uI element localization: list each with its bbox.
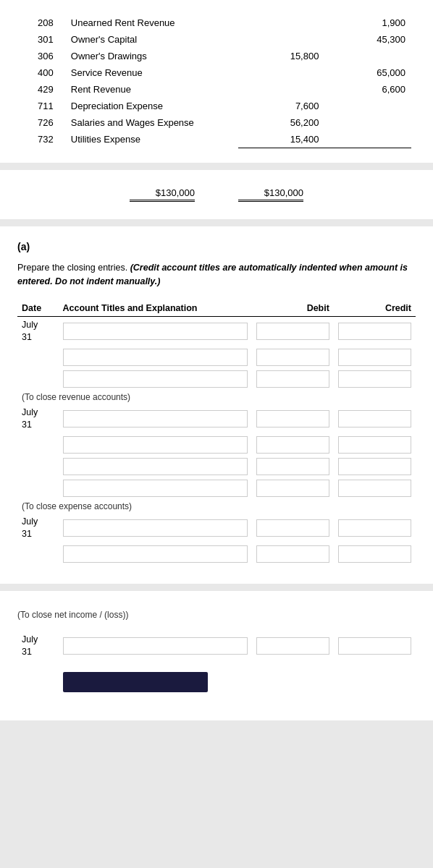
acct-name: Owner's Drawings: [65, 48, 238, 64]
account-input[interactable]: [63, 545, 248, 563]
credit-input-cell[interactable]: [334, 477, 416, 499]
credit-input[interactable]: [338, 349, 411, 366]
acct-num: 726: [22, 114, 65, 131]
debit-val: 15,800: [238, 48, 325, 64]
credit-input-cell[interactable]: [334, 316, 416, 346]
date-cell: July 31: [17, 404, 59, 434]
journal-entry-row: July 31: [17, 514, 416, 543]
credit-val: [324, 98, 411, 114]
journal-entry-row: [17, 434, 416, 456]
debit-input[interactable]: [256, 349, 329, 366]
debit-input-cell[interactable]: [252, 456, 334, 477]
credit-val: [324, 131, 411, 148]
debit-input[interactable]: [256, 519, 329, 537]
credit-input[interactable]: [338, 370, 411, 388]
debit-input[interactable]: [256, 545, 329, 563]
ledger-row: 301 Owner's Capital 45,300: [22, 31, 411, 48]
account-input[interactable]: [63, 458, 248, 475]
debit-input-cell[interactable]: [252, 543, 334, 565]
account-input-b[interactable]: [63, 637, 248, 655]
credit-input[interactable]: [338, 519, 411, 537]
account-input-cell[interactable]: [59, 543, 252, 565]
date-cell-blank: [17, 346, 59, 368]
credit-input[interactable]: [338, 410, 411, 427]
dark-bar-cell: [59, 661, 416, 694]
date-cell-blank: [17, 434, 59, 456]
debit-input-b[interactable]: [256, 637, 329, 655]
credit-input-cell[interactable]: [334, 346, 416, 368]
account-input-cell[interactable]: [59, 434, 252, 456]
credit-input-cell[interactable]: [334, 456, 416, 477]
credit-input-cell[interactable]: [334, 434, 416, 456]
account-input[interactable]: [63, 349, 248, 366]
date-cell-blank: [17, 543, 59, 565]
debit-input-cell[interactable]: [252, 346, 334, 368]
journal-entry-row-b: July 31: [17, 631, 416, 661]
debit-input-cell[interactable]: [252, 316, 334, 346]
account-input-cell[interactable]: [59, 456, 252, 477]
acct-num: 306: [22, 48, 65, 64]
account-input[interactable]: [63, 519, 248, 537]
ledger-row: 400 Service Revenue 65,000: [22, 64, 411, 81]
credit-val: 65,000: [324, 64, 411, 81]
credit-input-cell[interactable]: [334, 543, 416, 565]
debit-input-cell[interactable]: [252, 514, 334, 543]
debit-val: 15,400: [238, 131, 325, 148]
ledger-table: 208 Unearned Rent Revenue 1,900 301 Owne…: [22, 14, 411, 148]
credit-input-b[interactable]: [338, 637, 411, 655]
debit-val: 56,200: [238, 114, 325, 131]
credit-input[interactable]: [338, 545, 411, 563]
debit-input[interactable]: [256, 458, 329, 475]
credit-input[interactable]: [338, 323, 411, 340]
date-month: July: [22, 320, 38, 330]
account-input-cell[interactable]: [59, 477, 252, 499]
account-input-cell[interactable]: [59, 514, 252, 543]
credit-input-cell[interactable]: [334, 368, 416, 390]
ledger-row: 732 Utilities Expense 15,400: [22, 131, 411, 148]
debit-input-cell[interactable]: [252, 368, 334, 390]
debit-input-cell[interactable]: [252, 434, 334, 456]
credit-val: [324, 48, 411, 64]
debit-input[interactable]: [256, 370, 329, 388]
account-input[interactable]: [63, 436, 248, 454]
credit-input[interactable]: [338, 436, 411, 454]
account-input[interactable]: [63, 480, 248, 497]
acct-num: 711: [22, 98, 65, 114]
debit-input[interactable]: [256, 436, 329, 454]
date-cell-blank: [17, 368, 59, 390]
credit-input[interactable]: [338, 458, 411, 475]
credit-val: 6,600: [324, 81, 411, 98]
ledger-row: 306 Owner's Drawings 15,800: [22, 48, 411, 64]
debit-header: Debit: [252, 300, 334, 317]
credit-input-cell[interactable]: [334, 404, 416, 434]
total-debit: $130,000: [130, 187, 195, 202]
account-input[interactable]: [63, 410, 248, 427]
close-revenue-note: (To close revenue accounts): [17, 390, 416, 404]
debit-input-cell-b[interactable]: [252, 631, 334, 661]
credit-input-cell[interactable]: [334, 514, 416, 543]
account-input-cell[interactable]: [59, 316, 252, 346]
ledger-row: 208 Unearned Rent Revenue 1,900: [22, 14, 411, 31]
account-input-cell[interactable]: [59, 404, 252, 434]
acct-num: 732: [22, 131, 65, 148]
acct-num: 208: [22, 14, 65, 31]
account-input-cell-b[interactable]: [59, 631, 252, 661]
account-input-cell[interactable]: [59, 346, 252, 368]
debit-input[interactable]: [256, 323, 329, 340]
date-month-b: July: [22, 634, 38, 644]
debit-val: [238, 14, 325, 31]
acct-name: Owner's Capital: [65, 31, 238, 48]
account-input[interactable]: [63, 370, 248, 388]
credit-val: [324, 114, 411, 131]
account-input[interactable]: [63, 323, 248, 340]
debit-input-cell[interactable]: [252, 477, 334, 499]
credit-input-cell-b[interactable]: [334, 631, 416, 661]
totals-section: $130,000 $130,000: [0, 170, 433, 219]
acct-num: 429: [22, 81, 65, 98]
debit-input[interactable]: [256, 480, 329, 497]
account-input-cell[interactable]: [59, 368, 252, 390]
debit-input[interactable]: [256, 410, 329, 427]
debit-input-cell[interactable]: [252, 404, 334, 434]
date-day: 31: [22, 529, 32, 539]
credit-input[interactable]: [338, 480, 411, 497]
